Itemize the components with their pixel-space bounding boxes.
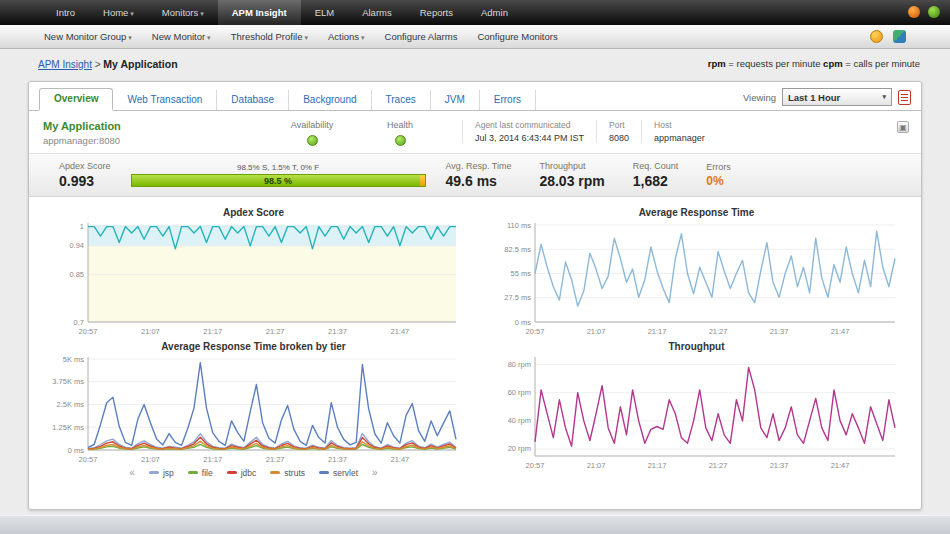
tab-jvm[interactable]: JVM: [431, 90, 480, 110]
sla-distribution: 98.5% S, 1.5% T, 0% F 98.5 %: [131, 163, 426, 187]
svg-text:80 rpm: 80 rpm: [507, 360, 530, 369]
tab-database[interactable]: Database: [217, 90, 289, 110]
alert-status-icon[interactable]: [908, 6, 920, 18]
svg-text:21:17: 21:17: [647, 461, 666, 470]
nav-item-elm[interactable]: ELM: [301, 0, 349, 25]
legend-item-struts[interactable]: struts: [270, 468, 305, 478]
actions-menu[interactable]: Actions: [318, 31, 375, 42]
legend-item-jdbc[interactable]: jdbc: [227, 468, 257, 478]
svg-text:21:17: 21:17: [647, 327, 666, 336]
threshold-profile-menu[interactable]: Threshold Profile: [221, 31, 318, 42]
svg-text:21:27: 21:27: [708, 327, 727, 336]
legend-marker-icon: [270, 471, 280, 474]
cpm-definition: = calls per minute: [845, 58, 920, 69]
svg-text:27.5 ms: 27.5 ms: [504, 293, 531, 302]
svg-text:60 rpm: 60 rpm: [507, 388, 530, 397]
tab-overview[interactable]: Overview: [39, 88, 113, 111]
errors-label: Errors: [706, 162, 731, 172]
svg-text:20 rpm: 20 rpm: [507, 444, 530, 453]
apdex-chart: 0.70.850.94120:5721:0721:1721:2721:3721:…: [44, 219, 464, 337]
apdex-chart-title: Apdex Score: [43, 207, 464, 218]
configure-alarms-link[interactable]: Configure Alarms: [375, 31, 468, 42]
avg-resp-value: 49.6 ms: [446, 173, 512, 189]
tier-chart-block: Average Response Time broken by tier 0 m…: [43, 337, 464, 480]
svg-text:20:57: 20:57: [78, 327, 97, 336]
svg-text:21:37: 21:37: [328, 455, 347, 464]
availability-status-icon[interactable]: [307, 135, 318, 146]
svg-text:21:17: 21:17: [203, 455, 222, 464]
nav-item-monitors[interactable]: Monitors: [148, 0, 218, 25]
tab-traces[interactable]: Traces: [372, 90, 431, 110]
nav-item-home[interactable]: Home: [89, 0, 148, 25]
tab-errors[interactable]: Errors: [480, 90, 536, 110]
feedback-smiley-icon[interactable]: [870, 30, 883, 43]
app-host-port: appmanager:8080: [43, 135, 268, 146]
health-status-icon[interactable]: [395, 135, 406, 146]
port-label: Port: [609, 120, 629, 130]
breadcrumb-apm-insight-link[interactable]: APM Insight: [38, 59, 92, 70]
apdex-value: 0.993: [59, 173, 111, 189]
host-value: appmanager: [654, 133, 705, 143]
legend-scroll-left-icon[interactable]: «: [129, 467, 135, 478]
host-label: Host: [654, 120, 705, 130]
charts-grid: Apdex Score 0.70.850.94120:5721:0721:172…: [29, 197, 921, 480]
breadcrumb: APM Insight > My Application: [38, 58, 178, 70]
host-block: Host appmanager: [641, 120, 717, 143]
throughput-chart-block: Throughput 20 rpm40 rpm60 rpm80 rpm20:57…: [486, 337, 907, 480]
svg-text:21:47: 21:47: [830, 461, 849, 470]
svg-text:21:17: 21:17: [203, 327, 222, 336]
tab-background[interactable]: Background: [289, 90, 371, 110]
tier-chart-title: Average Response Time broken by tier: [43, 341, 464, 352]
avg-response-chart-block: Average Response Time 0 ms27.5 ms55 ms82…: [486, 203, 907, 337]
legend-label: jdbc: [241, 468, 257, 478]
new-monitor-menu[interactable]: New Monitor: [142, 31, 221, 42]
legend-label: struts: [284, 468, 305, 478]
svg-text:21:27: 21:27: [708, 461, 727, 470]
footer-strip: [0, 515, 950, 534]
legend-marker-icon: [319, 471, 329, 474]
avg-resp-label: Avg. Resp. Time: [446, 161, 512, 171]
legend-scroll-right-icon[interactable]: »: [372, 467, 378, 478]
legend-label: servlet: [333, 468, 358, 478]
legend-item-jsp[interactable]: jsp: [149, 468, 174, 478]
svg-text:0.85: 0.85: [69, 270, 84, 279]
main-panel: Overview Web Transaction Database Backgr…: [28, 81, 922, 510]
world-view-icon[interactable]: [893, 30, 906, 43]
pdf-export-icon[interactable]: [898, 90, 911, 105]
nav-item-apm-insight[interactable]: APM Insight: [218, 0, 301, 25]
legend-item-file[interactable]: file: [188, 468, 213, 478]
new-monitor-group-menu[interactable]: New Monitor Group: [34, 31, 142, 42]
nav-item-reports[interactable]: Reports: [406, 0, 467, 25]
throughput-chart: 20 rpm40 rpm60 rpm80 rpm20:5721:0721:172…: [491, 353, 903, 471]
breadcrumb-row: APM Insight > My Application rpm = reque…: [0, 49, 950, 78]
svg-text:5K ms: 5K ms: [62, 355, 84, 364]
svg-text:21:37: 21:37: [328, 327, 347, 336]
app-name[interactable]: My Application: [43, 120, 268, 132]
nav-item-intro[interactable]: Intro: [42, 0, 89, 25]
metrics-bar: Apdex Score 0.993 98.5% S, 1.5% T, 0% F …: [29, 154, 921, 197]
agent-communicated-block: Agent last communicated Jul 3, 2014 6:43…: [462, 120, 596, 143]
svg-text:55 ms: 55 ms: [510, 269, 531, 278]
svg-text:1.25K ms: 1.25K ms: [52, 423, 84, 432]
svg-text:3.75K ms: 3.75K ms: [52, 377, 84, 386]
tab-bar: Overview Web Transaction Database Backgr…: [29, 82, 921, 111]
legend-item-servlet[interactable]: servlet: [319, 468, 358, 478]
nav-item-alarms[interactable]: Alarms: [348, 0, 406, 25]
svg-text:1: 1: [79, 222, 83, 231]
top-nav: Intro Home Monitors APM Insight ELM Alar…: [0, 0, 950, 25]
action-toolbar: New Monitor Group New Monitor Threshold …: [0, 25, 950, 49]
sla-progress-bar[interactable]: 98.5 %: [131, 174, 426, 187]
support-icon[interactable]: [928, 6, 940, 18]
tab-web-transaction[interactable]: Web Transaction: [113, 90, 217, 110]
configure-monitors-link[interactable]: Configure Monitors: [467, 31, 567, 42]
throughput-chart-title: Throughput: [486, 341, 907, 352]
avg-resp-metric: Avg. Resp. Time 49.6 ms: [432, 161, 526, 189]
time-range-select[interactable]: Last 1 Hour ▾: [782, 88, 892, 106]
apdex-label: Apdex Score: [59, 161, 111, 171]
rpm-definition: = requests per minute: [728, 58, 820, 69]
rpm-term: rpm: [708, 58, 726, 69]
expand-icon[interactable]: ▣: [897, 121, 909, 133]
svg-text:21:07: 21:07: [586, 327, 605, 336]
nav-item-admin[interactable]: Admin: [467, 0, 522, 25]
cpm-term: cpm: [823, 58, 843, 69]
